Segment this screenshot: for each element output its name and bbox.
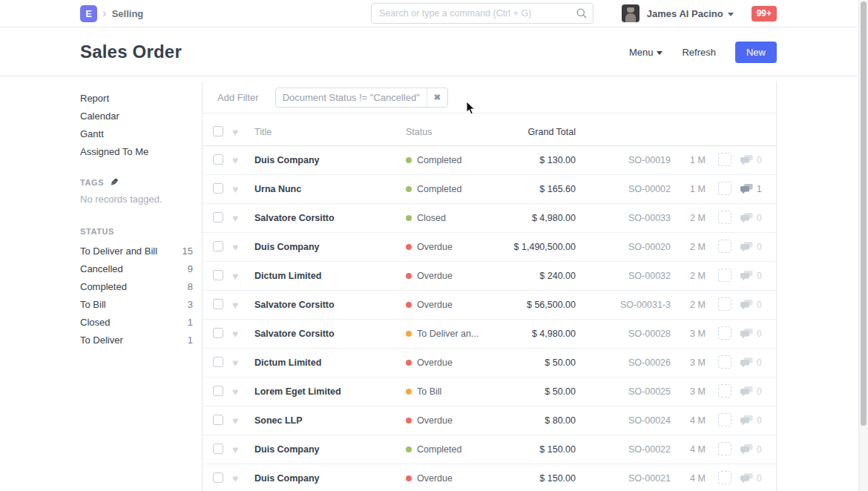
table-row[interactable]: ♥ Duis Company Completed $ 130.00 SO-000… — [203, 146, 776, 175]
notification-badge[interactable]: 99+ — [752, 6, 777, 22]
comment-indicator[interactable]: 0 — [740, 386, 777, 397]
edit-tags-icon[interactable]: ✎ — [110, 177, 119, 188]
row-checkbox[interactable] — [213, 357, 223, 367]
comment-indicator[interactable]: 0 — [740, 271, 777, 281]
assign-placeholder[interactable] — [718, 442, 731, 455]
table-row[interactable]: ♥ Dictum Limited Overdue $ 240.00 SO-000… — [203, 262, 776, 291]
sidebar-status-item[interactable]: To Bill 3 — [80, 295, 193, 313]
new-button[interactable]: New — [735, 42, 777, 63]
assign-placeholder[interactable] — [718, 240, 731, 253]
row-title[interactable]: Duis Company — [254, 444, 406, 455]
comment-indicator[interactable]: 0 — [740, 242, 777, 252]
sidebar-status-item[interactable]: Completed 8 — [80, 277, 193, 295]
comment-indicator[interactable]: 0 — [740, 329, 777, 339]
remove-filter-icon[interactable]: ✖ — [427, 88, 447, 107]
breadcrumb[interactable]: Selling — [112, 8, 144, 19]
comment-indicator[interactable]: 0 — [740, 473, 777, 484]
comment-indicator[interactable]: 0 — [740, 300, 777, 310]
assign-placeholder[interactable] — [718, 211, 731, 224]
heart-icon[interactable]: ♥ — [232, 183, 238, 195]
scrollbar-thumb[interactable] — [861, 1, 867, 426]
row-id[interactable]: SO-00028 — [576, 329, 671, 339]
row-checkbox[interactable] — [213, 270, 223, 280]
comment-indicator[interactable]: 1 — [740, 184, 777, 194]
heart-icon[interactable]: ♥ — [232, 154, 238, 166]
row-id[interactable]: SO-00020 — [576, 242, 671, 252]
heart-icon[interactable]: ♥ — [232, 270, 238, 282]
refresh-button[interactable]: Refresh — [682, 47, 716, 58]
row-checkbox[interactable] — [213, 299, 223, 309]
add-filter-button[interactable]: Add Filter — [217, 92, 259, 103]
row-title[interactable]: Dictum Limited — [254, 357, 406, 368]
search-input[interactable] — [371, 3, 594, 24]
sidebar-status-item[interactable]: To Deliver 1 — [80, 331, 193, 349]
comment-indicator[interactable]: 0 — [740, 155, 777, 165]
assign-placeholder[interactable] — [718, 153, 731, 166]
menu-button[interactable]: Menu — [629, 47, 663, 58]
row-id[interactable]: SO-00032 — [576, 271, 671, 281]
row-title[interactable]: Salvatore Corsitto — [254, 329, 406, 339]
heart-icon[interactable]: ♥ — [232, 472, 238, 484]
assign-placeholder[interactable] — [718, 326, 731, 340]
sidebar-view-item[interactable]: Report — [80, 89, 193, 107]
heart-icon[interactable]: ♥ — [232, 444, 238, 455]
row-checkbox[interactable] — [213, 386, 223, 396]
row-title[interactable]: Urna Nunc — [254, 184, 406, 194]
heart-icon[interactable]: ♥ — [232, 328, 238, 340]
select-all-checkbox[interactable] — [213, 126, 223, 136]
page-scrollbar[interactable] — [858, 0, 868, 491]
assign-placeholder[interactable] — [718, 297, 731, 311]
assign-placeholder[interactable] — [718, 268, 731, 282]
user-menu[interactable]: James Al Pacino — [647, 8, 734, 19]
row-id[interactable]: SO-00033 — [576, 213, 671, 223]
sidebar-view-item[interactable]: Calendar — [80, 107, 193, 125]
table-row[interactable]: ♥ Dictum Limited Overdue $ 50.00 SO-0002… — [203, 349, 776, 378]
row-id[interactable]: SO-00025 — [576, 386, 671, 397]
row-id[interactable]: SO-00019 — [576, 155, 671, 165]
row-checkbox[interactable] — [213, 154, 223, 165]
row-checkbox[interactable] — [213, 415, 223, 425]
row-id[interactable]: SO-00002 — [576, 184, 671, 194]
row-title[interactable]: Salvatore Corsitto — [254, 213, 406, 223]
row-title[interactable]: Salvatore Corsitto — [254, 300, 406, 310]
row-title[interactable]: Dictum Limited — [254, 271, 406, 281]
row-id[interactable]: SO-00022 — [576, 444, 671, 455]
sidebar-view-item[interactable]: Gantt — [80, 125, 193, 142]
comment-indicator[interactable]: 0 — [740, 357, 777, 368]
assign-placeholder[interactable] — [718, 471, 731, 484]
row-title[interactable]: Lorem Eget Limited — [254, 386, 406, 397]
assign-placeholder[interactable] — [718, 182, 731, 195]
heart-icon[interactable]: ♥ — [232, 415, 238, 426]
row-title[interactable]: Sonec LLP — [254, 415, 406, 426]
table-row[interactable]: ♥ Salvatore Corsitto To Deliver an... $ … — [203, 320, 776, 349]
sidebar-status-item[interactable]: Closed 1 — [80, 313, 193, 331]
heart-icon[interactable]: ♥ — [232, 299, 238, 311]
row-checkbox[interactable] — [213, 212, 223, 223]
sidebar-status-item[interactable]: To Deliver and Bill 15 — [80, 242, 193, 260]
row-checkbox[interactable] — [213, 183, 223, 194]
table-row[interactable]: ♥ Urna Nunc Completed $ 165.60 SO-00002 … — [203, 175, 776, 204]
heart-icon[interactable]: ♥ — [232, 241, 238, 253]
row-id[interactable]: SO-00031-3 — [576, 300, 671, 310]
row-checkbox[interactable] — [213, 444, 223, 454]
heart-icon[interactable]: ♥ — [232, 212, 238, 224]
sidebar-status-item[interactable]: Cancelled 9 — [80, 260, 193, 277]
table-row[interactable]: ♥ Sonec LLP Overdue $ 80.00 SO-00024 4 M… — [203, 406, 776, 435]
row-id[interactable]: SO-00026 — [576, 357, 671, 368]
filter-chip-label[interactable]: Document Status != "Cancelled" — [276, 88, 427, 107]
table-row[interactable]: ♥ Lorem Eget Limited To Bill $ 50.00 SO-… — [203, 378, 776, 406]
row-title[interactable]: Duis Company — [254, 473, 406, 484]
row-checkbox[interactable] — [213, 472, 223, 483]
row-checkbox[interactable] — [213, 241, 223, 251]
table-row[interactable]: ♥ Duis Company Overdue $ 150.00 SO-00021… — [203, 464, 776, 491]
comment-indicator[interactable]: 0 — [740, 444, 777, 455]
row-id[interactable]: SO-00021 — [576, 473, 671, 484]
row-id[interactable]: SO-00024 — [576, 415, 671, 426]
assign-placeholder[interactable] — [718, 384, 731, 398]
heart-icon[interactable]: ♥ — [232, 386, 238, 398]
liked-filter-icon[interactable]: ♥ — [232, 126, 238, 138]
table-row[interactable]: ♥ Duis Company Overdue $ 1,490,500.00 SO… — [203, 233, 776, 262]
row-title[interactable]: Duis Company — [254, 242, 406, 252]
heart-icon[interactable]: ♥ — [232, 357, 238, 369]
assign-placeholder[interactable] — [718, 413, 731, 426]
